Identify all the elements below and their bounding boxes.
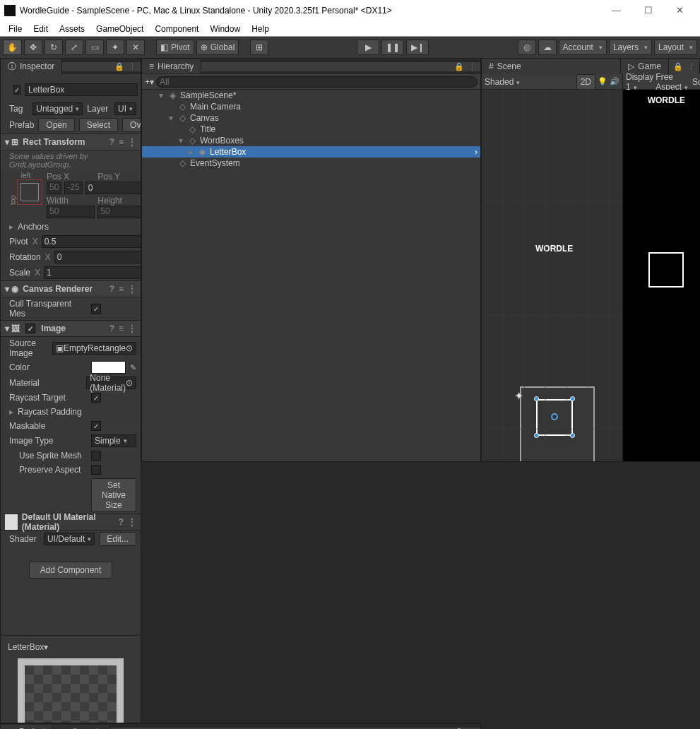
pivot-x-input[interactable]	[42, 235, 141, 248]
add-button[interactable]: +▾	[145, 77, 154, 87]
shaded-dropdown[interactable]: Shaded	[485, 77, 520, 87]
close-button[interactable]: ✕	[664, 0, 696, 21]
scene-view[interactable]: WORDLE ✦	[482, 90, 622, 461]
menu-icon[interactable]: ⋮	[468, 62, 476, 71]
lock-icon[interactable]: 🔒	[454, 62, 464, 71]
menu-edit[interactable]: Edit	[29, 23, 52, 35]
prefab-select-button[interactable]: Select	[79, 118, 118, 132]
preset-icon[interactable]: ≡	[119, 324, 124, 333]
canvas-renderer-header[interactable]: ▾ ◉ Canvas Renderer ?≡⋮	[1, 280, 141, 297]
hierarchy-row[interactable]: ▾◇WordBoxes	[142, 135, 480, 146]
menu-icon[interactable]: ⋮	[128, 324, 136, 333]
layout-button[interactable]: Layout	[654, 40, 697, 55]
hierarchy-row[interactable]: ◇Main Camera	[142, 101, 480, 112]
hierarchy-row[interactable]: ▾◇Canvas	[142, 112, 480, 124]
add-component-button[interactable]: Add Component	[29, 562, 112, 579]
display-dropdown[interactable]: Display 1	[626, 72, 653, 92]
overrides-dropdown[interactable]: Overrides	[122, 118, 141, 132]
hierarchy-row[interactable]: ▸◆LetterBox›	[142, 146, 480, 158]
transform-tool-button[interactable]: ✦	[106, 40, 124, 55]
play-button[interactable]: ▶	[357, 40, 379, 55]
preset-icon[interactable]: ≡	[119, 137, 124, 147]
eyedropper-icon[interactable]: ✎	[130, 363, 136, 372]
help-icon[interactable]: ?	[109, 284, 114, 294]
posz-input[interactable]	[85, 182, 141, 194]
aspect-dropdown[interactable]: Free Aspect	[655, 72, 688, 92]
edit-shader-button[interactable]: Edit...	[99, 532, 136, 546]
menu-icon[interactable]: ⋮	[128, 137, 136, 147]
tag-dropdown[interactable]: Untagged	[32, 102, 83, 115]
posy-input[interactable]: -25	[64, 182, 82, 194]
source-image-field[interactable]: ▣ EmptyRectangle⊙	[52, 342, 136, 355]
hand-tool-button[interactable]: ✋	[3, 40, 22, 55]
material-field[interactable]: None (Material)⊙	[86, 377, 136, 389]
anchors-fold[interactable]: ▸	[9, 222, 13, 232]
help-icon[interactable]: ?	[109, 324, 114, 333]
menu-assets[interactable]: Assets	[55, 23, 89, 35]
step-button[interactable]: ▶❙	[406, 40, 429, 55]
hierarchy-row[interactable]: ◇Title	[142, 124, 480, 135]
image-type-dropdown[interactable]: Simple	[91, 434, 136, 447]
hierarchy-row[interactable]: ▾◈SampleScene*	[142, 90, 480, 101]
menu-icon[interactable]: ⋮	[129, 62, 136, 71]
sprite-mesh-checkbox[interactable]	[91, 451, 101, 461]
rot-x-input[interactable]	[54, 251, 141, 263]
layer-dropdown[interactable]: UI	[114, 102, 136, 115]
height-input[interactable]: 50	[97, 206, 141, 218]
lock-icon[interactable]: 🔒	[673, 62, 683, 71]
help-icon[interactable]: ?	[119, 517, 124, 527]
cloud-button[interactable]: ☁	[538, 40, 557, 55]
rect-tool-button[interactable]: ▭	[85, 40, 104, 55]
minimize-button[interactable]: —	[600, 0, 632, 21]
preserve-aspect-checkbox[interactable]	[91, 465, 101, 475]
hierarchy-tree[interactable]: ▾◈SampleScene*◇Main Camera▾◇Canvas◇Title…	[142, 90, 480, 461]
scale-x-input[interactable]	[44, 266, 141, 279]
pivot-button[interactable]: ◧Pivot	[156, 40, 194, 55]
account-button[interactable]: Account	[559, 40, 607, 55]
custom-tool-button[interactable]: ✕	[126, 40, 145, 55]
menu-component[interactable]: Component	[150, 23, 203, 35]
audio-icon[interactable]: 🔊	[610, 77, 619, 86]
snap-button[interactable]: ⊞	[250, 40, 268, 55]
menu-window[interactable]: Window	[206, 23, 244, 35]
menu-file[interactable]: File	[4, 23, 26, 35]
hierarchy-search-input[interactable]	[156, 76, 477, 88]
hierarchy-tab[interactable]: ≡ Hierarchy	[142, 59, 201, 73]
global-button[interactable]: ⊕Global	[196, 40, 239, 55]
menu-help[interactable]: Help	[247, 23, 273, 35]
collab-button[interactable]: ◎	[518, 40, 536, 55]
set-native-size-button[interactable]: Set Native Size	[91, 478, 136, 512]
rotate-tool-button[interactable]: ↻	[45, 40, 63, 55]
prefab-open-button[interactable]: Open	[38, 118, 74, 132]
menu-icon[interactable]: ⋮	[128, 517, 136, 527]
move-tool-button[interactable]: ✥	[24, 40, 42, 55]
cull-checkbox[interactable]: ✓	[91, 304, 101, 314]
preset-icon[interactable]: ≡	[119, 284, 124, 294]
maximize-button[interactable]: ☐	[632, 0, 664, 21]
maskable-checkbox[interactable]: ✓	[91, 421, 101, 431]
menu-gameobject[interactable]: GameObject	[92, 23, 148, 35]
raycast-padding-fold[interactable]: ▸	[9, 407, 13, 417]
scale-tool-button[interactable]: ⤢	[65, 40, 83, 55]
active-checkbox[interactable]: ✓	[13, 85, 20, 95]
menu-icon[interactable]: ⋮	[128, 284, 136, 294]
menu-icon[interactable]: ⋮	[687, 62, 695, 71]
posx-input[interactable]: 50	[47, 182, 61, 194]
pause-button[interactable]: ❚❚	[381, 40, 404, 55]
shader-dropdown[interactable]: UI/Default	[44, 533, 95, 545]
rect-transform-header[interactable]: ▾ ⊞ Rect Transform ?≡⋮	[1, 134, 141, 150]
console-tab[interactable]: ▤ Console	[53, 725, 110, 729]
scene-tab[interactable]: # Scene	[482, 59, 621, 74]
light-icon[interactable]: 💡	[598, 77, 607, 86]
lock-icon[interactable]: 🔒	[114, 62, 124, 71]
anchor-preset-button[interactable]	[17, 179, 42, 205]
game-view[interactable]: WORDLE	[623, 90, 700, 461]
hierarchy-row[interactable]: ◇EventSystem	[142, 158, 480, 169]
image-header[interactable]: ▾ 🖼 ✓Image ?≡⋮	[1, 320, 141, 337]
default-material-header[interactable]: Default UI Material (Material) ?⋮	[1, 514, 141, 531]
inspector-tab[interactable]: ⓘ Inspector	[1, 59, 62, 75]
image-enable-checkbox[interactable]: ✓	[25, 324, 35, 333]
2d-toggle[interactable]: 2D	[576, 74, 595, 90]
width-input[interactable]: 50	[47, 206, 95, 218]
raycast-checkbox[interactable]: ✓	[91, 393, 101, 403]
